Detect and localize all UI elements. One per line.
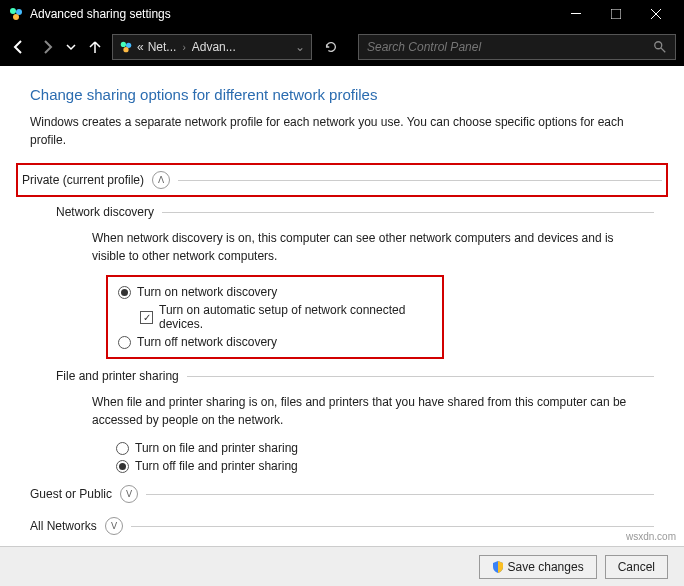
addr-seg2[interactable]: Advan... xyxy=(192,40,236,54)
profile-label: All Networks xyxy=(30,519,97,533)
chevron-right-icon: › xyxy=(182,42,185,53)
file-printer-options: Turn on file and printer sharing Turn of… xyxy=(116,439,654,475)
profile-label: Guest or Public xyxy=(30,487,112,501)
radio-icon xyxy=(118,286,131,299)
subsection-desc: When file and printer sharing is on, fil… xyxy=(92,393,634,429)
radio-label: Turn on network discovery xyxy=(137,285,277,299)
watermark: wsxdn.com xyxy=(626,531,676,542)
network-discovery-section: Network discovery When network discovery… xyxy=(56,205,654,359)
maximize-button[interactable] xyxy=(596,0,636,28)
titlebar: Advanced sharing settings xyxy=(0,0,684,28)
radio-discovery-on[interactable]: Turn on network discovery xyxy=(118,283,432,301)
up-button[interactable] xyxy=(84,36,106,58)
highlight-box-options: Turn on network discovery Turn on automa… xyxy=(106,275,444,359)
page-title: Change sharing options for different net… xyxy=(30,86,654,103)
expand-icon[interactable]: ᐯ xyxy=(120,485,138,503)
svg-point-6 xyxy=(126,43,131,48)
collapse-icon[interactable]: ᐱ xyxy=(152,171,170,189)
refresh-button[interactable] xyxy=(318,34,344,60)
subsection-title: Network discovery xyxy=(56,205,654,219)
file-printer-section: File and printer sharing When file and p… xyxy=(56,369,654,475)
app-icon xyxy=(8,6,24,22)
radio-icon xyxy=(118,336,131,349)
svg-point-2 xyxy=(13,14,19,20)
save-label: Save changes xyxy=(508,560,584,574)
cancel-label: Cancel xyxy=(618,560,655,574)
svg-rect-4 xyxy=(611,9,621,19)
radio-label: Turn off network discovery xyxy=(137,335,277,349)
checkbox-label: Turn on automatic setup of network conne… xyxy=(159,303,432,331)
radio-discovery-off[interactable]: Turn off network discovery xyxy=(118,333,432,351)
profile-guest: Guest or Public ᐯ xyxy=(30,481,654,507)
radio-icon xyxy=(116,442,129,455)
svg-point-7 xyxy=(123,47,128,52)
radio-fileprinter-off[interactable]: Turn off file and printer sharing xyxy=(116,457,654,475)
svg-point-1 xyxy=(16,9,22,15)
profile-all: All Networks ᐯ xyxy=(30,513,654,539)
addr-dropdown-icon[interactable]: ⌄ xyxy=(295,40,305,54)
radio-label: Turn off file and printer sharing xyxy=(135,459,298,473)
highlight-box-header: Private (current profile) ᐱ xyxy=(16,163,668,197)
address-bar[interactable]: « Net... › Advan... ⌄ xyxy=(112,34,312,60)
search-input[interactable] xyxy=(367,40,653,54)
search-bar[interactable] xyxy=(358,34,676,60)
addr-prefix: « xyxy=(137,40,144,54)
folder-icon xyxy=(119,40,133,54)
content-area: Change sharing options for different net… xyxy=(0,66,684,546)
addr-seg1[interactable]: Net... xyxy=(148,40,177,54)
close-button[interactable] xyxy=(636,0,676,28)
cancel-button[interactable]: Cancel xyxy=(605,555,668,579)
footer: Save changes Cancel xyxy=(0,546,684,586)
checkbox-auto-setup[interactable]: Turn on automatic setup of network conne… xyxy=(140,301,432,333)
window-controls xyxy=(556,0,676,28)
profile-header-all[interactable]: All Networks ᐯ xyxy=(30,513,654,539)
page-subtitle: Windows creates a separate network profi… xyxy=(30,113,654,149)
radio-fileprinter-on[interactable]: Turn on file and printer sharing xyxy=(116,439,654,457)
radio-label: Turn on file and printer sharing xyxy=(135,441,298,455)
profile-private: Private (current profile) ᐱ Network disc… xyxy=(30,163,654,475)
shield-icon xyxy=(492,561,504,573)
minimize-button[interactable] xyxy=(556,0,596,28)
svg-point-8 xyxy=(655,42,662,49)
expand-icon[interactable]: ᐯ xyxy=(105,517,123,535)
window-title: Advanced sharing settings xyxy=(30,7,556,21)
history-dropdown[interactable] xyxy=(64,36,78,58)
svg-rect-3 xyxy=(571,13,581,14)
svg-point-0 xyxy=(10,8,16,14)
subsection-desc: When network discovery is on, this compu… xyxy=(92,229,634,265)
svg-point-5 xyxy=(121,42,126,47)
forward-button[interactable] xyxy=(36,36,58,58)
profile-header-private[interactable]: Private (current profile) ᐱ xyxy=(22,167,662,193)
search-icon xyxy=(653,40,667,54)
profile-label: Private (current profile) xyxy=(22,173,144,187)
save-button[interactable]: Save changes xyxy=(479,555,597,579)
subsection-title: File and printer sharing xyxy=(56,369,654,383)
profile-header-guest[interactable]: Guest or Public ᐯ xyxy=(30,481,654,507)
back-button[interactable] xyxy=(8,36,30,58)
checkbox-icon xyxy=(140,311,153,324)
toolbar: « Net... › Advan... ⌄ xyxy=(0,28,684,66)
radio-icon xyxy=(116,460,129,473)
